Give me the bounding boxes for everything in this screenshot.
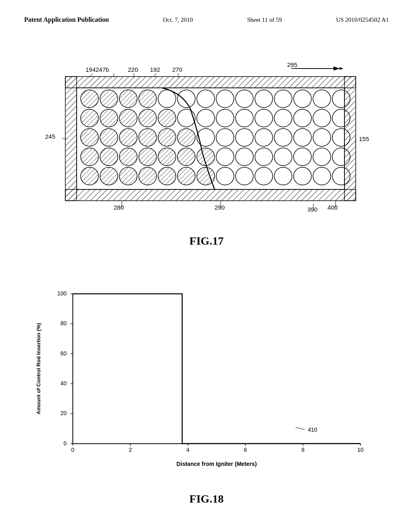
svg-rect-3: [65, 77, 356, 88]
svg-text:Distance from Igniter  (Meters: Distance from Igniter (Meters): [177, 461, 257, 467]
svg-point-50: [81, 148, 98, 166]
svg-point-43: [216, 129, 234, 146]
svg-line-119: [296, 428, 305, 430]
svg-point-67: [139, 167, 156, 185]
svg-point-58: [236, 148, 253, 166]
svg-point-62: [313, 148, 331, 166]
svg-text:8: 8: [301, 447, 305, 453]
svg-text:80: 80: [60, 320, 67, 326]
svg-point-64: [81, 167, 98, 185]
svg-point-33: [294, 109, 311, 127]
sheet-info: Sheet 11 of 59: [247, 17, 282, 23]
label-247b: 247b: [96, 66, 109, 73]
fig18-chart: 0 20 40 60 80 100 0 2 4: [32, 278, 381, 488]
svg-point-65: [100, 167, 118, 185]
patent-number: US 2010/0254502 A1: [336, 17, 389, 23]
label-245: 245: [45, 133, 55, 140]
fig17-diagram: 247b 194 220 192 270 295 155 245: [32, 52, 381, 230]
label-194: 194: [86, 66, 96, 73]
svg-point-44: [236, 129, 253, 146]
label-155: 155: [359, 135, 369, 142]
svg-text:6: 6: [244, 447, 247, 453]
svg-point-71: [216, 167, 234, 185]
svg-point-32: [274, 109, 292, 127]
svg-point-12: [158, 90, 176, 108]
svg-text:40: 40: [60, 380, 67, 387]
label-400: 400: [327, 204, 338, 211]
header: Patent Application Publication Oct. 7, 2…: [24, 16, 389, 23]
svg-point-9: [100, 90, 118, 108]
svg-point-55: [177, 148, 195, 166]
label-270: 270: [172, 66, 182, 73]
svg-text:4: 4: [186, 447, 190, 453]
svg-point-23: [100, 109, 118, 127]
svg-point-76: [313, 167, 331, 185]
svg-point-8: [81, 90, 98, 108]
fig18-container: 0 20 40 60 80 100 0 2 4: [32, 278, 381, 512]
svg-point-27: [177, 109, 195, 127]
fig17-container: 247b 194 220 192 270 295 155 245: [32, 52, 381, 246]
svg-point-28: [197, 109, 215, 127]
publication-date: Oct. 7, 2010: [163, 17, 193, 23]
svg-point-39: [139, 129, 156, 146]
svg-point-10: [119, 90, 137, 108]
label-295: 295: [287, 61, 297, 68]
svg-point-69: [177, 167, 195, 185]
svg-rect-4: [65, 189, 356, 201]
svg-point-13: [177, 90, 195, 108]
svg-point-66: [119, 167, 137, 185]
svg-point-30: [236, 109, 253, 127]
svg-point-14: [197, 90, 215, 108]
label-290: 290: [215, 204, 225, 211]
svg-point-37: [100, 129, 118, 146]
svg-point-18: [274, 90, 292, 108]
svg-point-57: [216, 148, 234, 166]
svg-point-31: [255, 109, 273, 127]
svg-text:60: 60: [60, 350, 67, 357]
svg-point-75: [294, 167, 311, 185]
svg-point-42: [197, 129, 215, 146]
svg-point-52: [119, 148, 137, 166]
svg-point-48: [313, 129, 331, 146]
svg-point-68: [158, 167, 176, 185]
svg-point-15: [216, 90, 234, 108]
svg-point-19: [294, 90, 311, 108]
svg-point-54: [158, 148, 176, 166]
label-390: 390: [307, 206, 317, 213]
svg-text:Amount of Control Rod Insertio: Amount of Control Rod Insertion (%): [35, 323, 42, 414]
label-280: 280: [114, 204, 124, 211]
svg-point-61: [294, 148, 311, 166]
svg-point-46: [274, 129, 292, 146]
svg-point-38: [119, 129, 137, 146]
svg-point-17: [255, 90, 273, 108]
svg-point-60: [274, 148, 292, 166]
svg-point-29: [216, 109, 234, 127]
svg-text:10: 10: [357, 447, 364, 453]
svg-point-16: [236, 90, 253, 108]
fig18-title: FIG.18: [32, 493, 381, 505]
svg-point-24: [119, 109, 137, 127]
label-192: 192: [150, 66, 160, 73]
publication-title: Patent Application Publication: [24, 16, 109, 23]
svg-point-59: [255, 148, 273, 166]
svg-point-25: [139, 109, 156, 127]
svg-point-36: [81, 129, 98, 146]
svg-text:0: 0: [71, 447, 75, 453]
page: Patent Application Publication Oct. 7, 2…: [0, 0, 413, 532]
svg-point-47: [294, 129, 311, 146]
svg-text:2: 2: [129, 447, 132, 453]
svg-text:0: 0: [64, 440, 67, 447]
svg-point-72: [236, 167, 253, 185]
svg-point-73: [255, 167, 273, 185]
svg-point-45: [255, 129, 273, 146]
fig17-title: FIG.17: [32, 235, 381, 247]
svg-point-53: [139, 148, 156, 166]
svg-point-34: [313, 109, 331, 127]
svg-point-51: [100, 148, 118, 166]
svg-point-26: [158, 109, 176, 127]
svg-point-11: [139, 90, 156, 108]
svg-point-40: [158, 129, 176, 146]
svg-point-74: [274, 167, 292, 185]
svg-marker-86: [340, 67, 344, 70]
svg-text:100: 100: [57, 290, 67, 297]
